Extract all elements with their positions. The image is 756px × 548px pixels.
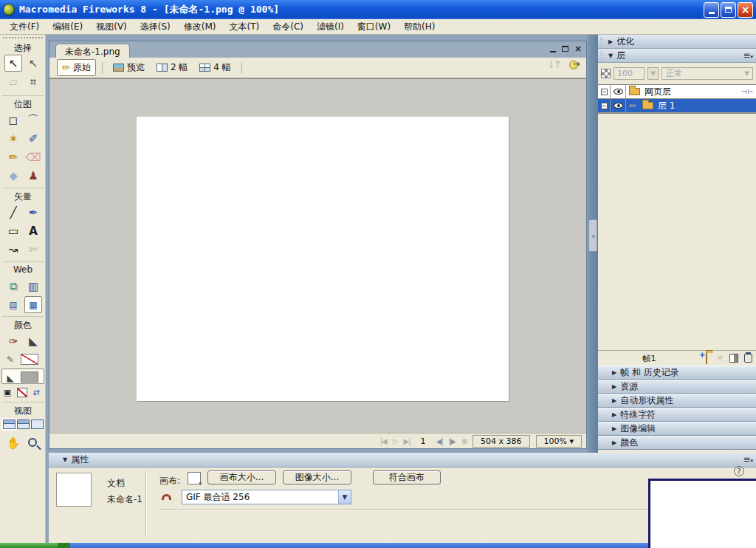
hotspot-tool[interactable]: ⧉: [4, 278, 22, 295]
document-close-icon[interactable]: ×: [574, 44, 582, 54]
panel-options-menu-icon[interactable]: ≡▾: [743, 50, 753, 61]
layers-panel-header[interactable]: ▼ 层 ≡▾: [598, 49, 756, 63]
hide-slices-tool[interactable]: ▤: [4, 296, 22, 313]
optimize-panel-header[interactable]: ▶ 优化: [598, 35, 756, 49]
preview-view-button[interactable]: 预览: [109, 60, 149, 75]
pen-tool[interactable]: ✒: [24, 204, 42, 221]
knife-tool[interactable]: ✄: [24, 241, 42, 258]
menu-commands[interactable]: 命令(C): [266, 19, 310, 35]
pointer-tool[interactable]: ↖: [4, 55, 22, 72]
brush-tool[interactable]: ✐: [24, 130, 42, 147]
eraser-tool[interactable]: ⌫: [24, 148, 42, 165]
document-minimize-icon[interactable]: [550, 51, 556, 52]
two-up-view-button[interactable]: 2 幅: [152, 60, 192, 75]
fullscreen-mode-button[interactable]: [31, 419, 44, 429]
new-layer-folder-button[interactable]: +: [703, 353, 710, 363]
scale-tool[interactable]: ▱: [4, 73, 22, 90]
rectangle-tool[interactable]: ▭: [4, 222, 22, 239]
rubber-stamp-tool[interactable]: ♟: [24, 167, 42, 184]
stroke-color-swatch[interactable]: [21, 354, 38, 365]
toolbox-gripper[interactable]: [3, 37, 43, 40]
minimize-button[interactable]: [704, 2, 719, 18]
standard-screen-mode-button[interactable]: [3, 419, 16, 429]
layer-name[interactable]: 网页层: [643, 86, 741, 98]
collapse-layer-icon[interactable]: −: [601, 89, 608, 95]
panel-gripper[interactable]: [599, 36, 604, 47]
menu-text[interactable]: 文本(T): [223, 19, 267, 35]
layer-visibility-eye-icon[interactable]: [614, 89, 623, 95]
menu-help[interactable]: 帮助(H): [397, 19, 441, 35]
zoom-level-dropdown[interactable]: 100% ▾: [536, 435, 582, 448]
new-bitmap-mask-button[interactable]: [729, 354, 738, 363]
colors-panel-header[interactable]: ▶ 颜色: [598, 436, 756, 450]
subselection-tool[interactable]: ↖: [24, 55, 42, 72]
canvas-background[interactable]: [49, 78, 586, 433]
show-slices-tool[interactable]: ▦: [24, 296, 42, 313]
next-frame-icon[interactable]: |▶: [449, 437, 456, 445]
start-button-fragment[interactable]: [0, 543, 58, 548]
previous-frame-icon[interactable]: ◀|: [436, 437, 443, 445]
fill-color-bucket-icon[interactable]: ◣: [1, 369, 19, 386]
auto-shape-properties-panel-header[interactable]: ▶ 自动形状属性: [598, 394, 756, 408]
windows-taskbar[interactable]: [0, 543, 756, 548]
menu-edit[interactable]: 编辑(E): [46, 19, 89, 35]
canvas-color-swatch[interactable]: [188, 472, 201, 484]
pencil-tool[interactable]: ✏: [4, 148, 22, 165]
text-tool[interactable]: A: [24, 222, 42, 239]
crop-tool[interactable]: ⌗: [24, 73, 42, 90]
eyedropper-tool[interactable]: ✑: [4, 332, 22, 349]
document-tab[interactable]: 未命名-1.png: [55, 44, 130, 58]
layer-visibility-eye-icon[interactable]: [614, 103, 623, 109]
blend-mode-dropdown[interactable]: 正常 ▼: [662, 67, 753, 80]
layer-row-layer-1[interactable]: − ✏ 层 1: [598, 99, 756, 113]
hand-tool[interactable]: ✋: [4, 434, 22, 451]
menu-file[interactable]: 文件(F): [3, 19, 46, 35]
no-color-button[interactable]: [17, 388, 27, 397]
first-frame-icon[interactable]: |◀: [380, 437, 387, 445]
fullscreen-with-menus-mode-button[interactable]: [17, 419, 30, 429]
lasso-tool[interactable]: ⌒: [24, 112, 42, 129]
image-size-button[interactable]: 图像大小...: [283, 470, 351, 484]
panel-gripper[interactable]: [599, 50, 604, 61]
blur-tool[interactable]: ◆: [4, 167, 22, 184]
stroke-color-pencil-icon[interactable]: ✎: [1, 351, 19, 368]
panel-options-menu-icon[interactable]: ≡▾: [743, 454, 753, 465]
menu-select[interactable]: 选择(S): [134, 19, 177, 35]
layer-name[interactable]: 层 1: [656, 100, 756, 112]
magic-wand-tool[interactable]: ✶: [4, 130, 22, 147]
menu-modify[interactable]: 修改(M): [177, 19, 223, 35]
fit-canvas-button[interactable]: 符合画布: [373, 470, 441, 484]
document-restore-icon[interactable]: [562, 46, 568, 52]
close-button[interactable]: ×: [738, 2, 753, 18]
opacity-input[interactable]: 100: [614, 67, 645, 80]
delete-layer-trash-icon[interactable]: [744, 354, 752, 363]
original-view-button[interactable]: ✏ 原始: [57, 59, 96, 76]
swap-colors-button[interactable]: ⇄: [31, 388, 41, 397]
four-up-view-button[interactable]: 4 幅: [195, 60, 235, 75]
document-canvas[interactable]: [137, 117, 509, 401]
default-colors-button[interactable]: ▣: [2, 388, 13, 397]
restore-button[interactable]: [721, 2, 736, 18]
stop-icon[interactable]: ⊗: [461, 437, 467, 445]
last-frame-icon[interactable]: ▶|: [403, 437, 410, 445]
collapse-layer-icon[interactable]: −: [601, 103, 608, 109]
special-characters-panel-header[interactable]: ▶ 特殊字符: [598, 408, 756, 422]
opacity-dropdown-arrow[interactable]: ▼: [647, 67, 659, 80]
marquee-tool[interactable]: ◻: [4, 112, 22, 129]
export-preset-dropdown[interactable]: GIF 最合适 256 ▼: [182, 490, 351, 504]
assets-panel-header[interactable]: ▶ 资源: [598, 380, 756, 394]
menu-view[interactable]: 视图(V): [89, 19, 134, 35]
quick-export-button[interactable]: →: [569, 59, 580, 70]
zoom-tool[interactable]: [28, 438, 37, 447]
menu-window[interactable]: 窗口(W): [351, 19, 397, 35]
titlebar[interactable]: Macromedia Fireworks 8 - [未命名-1.png @ 10…: [0, 0, 756, 19]
slice-tool[interactable]: ▥: [24, 278, 42, 295]
image-editing-panel-header[interactable]: ▶ 图像编辑: [598, 422, 756, 436]
frames-history-panel-header[interactable]: ▶ 帧 和 历史记录: [598, 366, 756, 380]
fill-color-swatch[interactable]: [21, 371, 38, 383]
play-icon[interactable]: ▷: [393, 437, 398, 445]
collapse-panels-handle[interactable]: ◂: [588, 219, 597, 252]
canvas-size-button[interactable]: 画布大小...: [207, 470, 276, 484]
line-tool[interactable]: ╱: [4, 204, 22, 221]
freeform-tool[interactable]: ↝: [4, 241, 22, 258]
